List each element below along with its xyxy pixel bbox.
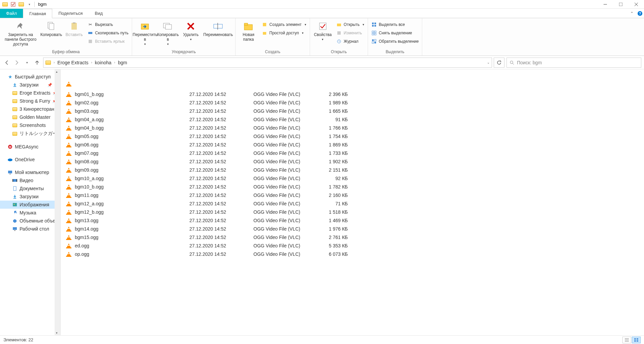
recent-locations-button[interactable]: ▾ [23,59,31,67]
file-row[interactable]: bgm09.ogg27.12.2020 14:52OGG Video File … [65,166,644,174]
file-row[interactable]: bgm03.ogg27.12.2020 14:52OGG Video File … [65,107,644,115]
file-row[interactable]: bgm11.ogg27.12.2020 14:52OGG Video File … [65,191,644,199]
tab-share[interactable]: Поделиться [52,9,89,18]
edit-button[interactable]: Изменить [335,29,366,37]
copy-button[interactable]: Копировать [40,20,62,37]
breadcrumb-dropdown-icon[interactable]: ⌄ [487,61,490,64]
sidebar-item[interactable]: 3 Киноресторан [0,105,60,113]
pin-quick-access-button[interactable]: Закрепить на панели быстрого доступа [2,20,39,46]
easy-access-button[interactable]: Простой доступ ▾ [260,29,308,37]
close-button[interactable] [628,0,644,9]
details-view-button[interactable] [622,337,631,343]
breadcrumb-segment[interactable]: koinoha [95,60,112,65]
sidebar-item[interactable]: Strong & Furry📌 [0,97,60,105]
properties-button[interactable]: Свойства ▾ [312,20,334,41]
file-row[interactable]: bgm08.ogg27.12.2020 14:52OGG Video File … [65,157,644,166]
qat-properties-icon[interactable] [10,1,16,7]
file-row[interactable]: ed.ogg27.12.2020 14:52OGG Video File (VL… [65,241,644,250]
new-folder-button[interactable]: Новая папка [238,20,259,42]
sidebar-item[interactable]: Загрузки📌 [0,81,60,89]
sidebar-item[interactable]: Screenshots [0,121,60,129]
search-input[interactable]: Поиск: bgm [507,58,641,68]
paste-button[interactable]: Вставить [63,20,85,37]
sidebar-item[interactable]: Изображения [0,201,60,209]
sidebar-item[interactable]: Документы [0,184,60,193]
large-icons-view-button[interactable] [632,337,641,343]
new-item-button[interactable]: Создать элемент ▾ [260,21,308,28]
file-size: 1 665 КБ [317,108,358,114]
file-row[interactable]: bgm10_a.ogg27.12.2020 14:52OGG Video Fil… [65,174,644,182]
file-row[interactable]: bgm05.ogg27.12.2020 14:52OGG Video File … [65,132,644,140]
sidebar-onedrive[interactable]: OneDrive [0,156,60,164]
copy-path-button[interactable]: Скопировать путь [86,29,130,37]
file-row[interactable]: bgm13.ogg27.12.2020 14:52OGG Video File … [65,216,644,225]
help-icon[interactable]: ? [636,9,644,18]
breadcrumb-segment[interactable]: Eroge Extracts [57,60,88,65]
paste-shortcut-button[interactable]: Вставить ярлык [86,38,130,45]
file-row[interactable]: bgm12_b.ogg27.12.2020 14:52OGG Video Fil… [65,208,644,216]
qat-dropdown-icon[interactable]: ▾ [26,1,32,7]
qat-folder-icon[interactable] [18,1,24,7]
chevron-right-icon[interactable]: › [90,61,93,64]
sidebar-item[interactable]: Рабочий стол [0,225,60,233]
sidebar-scrollbar[interactable] [55,69,60,335]
move-to-button[interactable]: Переместить в ▾ [134,20,156,46]
file-list[interactable]: bgm01_b.ogg27.12.2020 14:52OGG Video Fil… [61,69,644,335]
ribbon-collapse-icon[interactable]: ⌃ [628,9,636,18]
navigation-pane[interactable]: ★ Быстрый доступ Загрузки📌Eroge Extracts… [0,69,61,335]
file-type: OGG Video File (VLC) [253,184,317,190]
rename-button[interactable]: Переименовать [203,20,233,37]
file-row[interactable]: bgm04_b.ogg27.12.2020 14:52OGG Video Fil… [65,124,644,132]
breadcrumb[interactable]: › Eroge Extracts › koinoha › bgm ⌄ [43,58,492,68]
file-row[interactable]: bgm04_a.ogg27.12.2020 14:52OGG Video Fil… [65,115,644,124]
tab-home[interactable]: Главная [23,9,52,18]
forward-button[interactable] [13,59,21,67]
sidebar-item[interactable]: Музыка [0,209,60,217]
file-row[interactable]: op.ogg27.12.2020 14:52OGG Video File (VL… [65,250,644,258]
delete-button[interactable]: Удалить ▾ [180,20,202,41]
file-row[interactable]: bgm10_b.ogg27.12.2020 14:52OGG Video Fil… [65,182,644,191]
file-size: 1 754 КБ [317,134,358,139]
file-date: 27.12.2020 14:52 [189,92,253,97]
sidebar-item[interactable]: リトルシックガール [0,129,60,138]
minimize-button[interactable] [597,0,613,9]
refresh-button[interactable] [494,58,504,68]
history-button[interactable]: Журнал [335,38,366,45]
chevron-right-icon[interactable]: › [52,61,56,64]
file-row[interactable]: bgm15.ogg27.12.2020 14:52OGG Video File … [65,233,644,241]
svg-rect-23 [263,32,266,35]
sidebar-item[interactable]: Объемные объекты [0,217,60,225]
sidebar-item[interactable]: Загрузки [0,193,60,201]
chevron-right-icon[interactable]: › [113,61,117,64]
tab-view[interactable]: Вид [89,9,109,18]
file-row[interactable]: bgm12_a.ogg27.12.2020 14:52OGG Video Fil… [65,199,644,208]
file-size: 5 353 КБ [317,243,358,248]
vlc-cone-icon [65,175,72,182]
file-row[interactable]: bgm01_b.ogg27.12.2020 14:52OGG Video Fil… [65,90,644,98]
sidebar-item[interactable]: Golden Master [0,113,60,121]
sidebar-quick-access[interactable]: ★ Быстрый доступ [0,73,60,81]
sidebar-item[interactable]: Видео [0,176,60,184]
file-row[interactable]: bgm14.ogg27.12.2020 14:52OGG Video File … [65,225,644,233]
file-row[interactable]: bgm06.ogg27.12.2020 14:52OGG Video File … [65,140,644,149]
select-none-button[interactable]: Снять выделение [370,29,420,37]
copy-to-button[interactable]: Копировать в ▾ [157,20,179,46]
sidebar-this-pc[interactable]: Мой компьютер [0,168,60,176]
new-group-label: Создать [238,49,308,56]
breadcrumb-segment[interactable]: bgm [118,60,127,65]
back-button[interactable] [3,59,11,67]
tab-file[interactable]: Файл [0,9,23,18]
select-all-button[interactable]: Выделить все [370,21,420,28]
file-row[interactable]: bgm07.ogg27.12.2020 14:52OGG Video File … [65,149,644,157]
new-item-icon [262,22,267,27]
cut-button[interactable]: ✂Вырезать [86,21,130,28]
up-button[interactable] [33,59,41,67]
sidebar-item[interactable]: Eroge Extracts📌 [0,89,60,97]
open-button[interactable]: Открыть ▾ [335,21,366,28]
invert-selection-button[interactable]: Обратить выделение [370,38,420,45]
file-row[interactable]: bgm02.ogg27.12.2020 14:52OGG Video File … [65,98,644,107]
maximize-button[interactable] [613,0,628,9]
sidebar-megasync[interactable]: M MEGAsync [0,143,60,151]
select-all-icon [371,22,377,27]
new-folder-label: Новая папка [238,32,259,42]
